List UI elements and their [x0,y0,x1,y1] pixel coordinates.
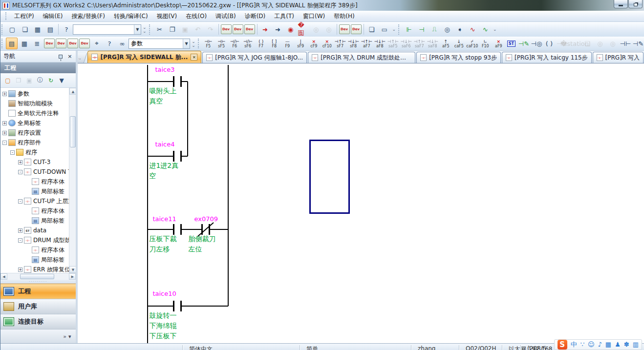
doc-find-icon[interactable]: ◎ [594,38,606,49]
invert-operation-button[interactable]: ⌿ caF10 [466,37,479,50]
device-label[interactable]: ex0709 [194,215,218,223]
navigation-window-icon[interactable]: ▤ [6,38,18,49]
output-window-icon[interactable]: ≣ [31,38,43,49]
tree-item-program-setting[interactable]: + 程序设置 [0,128,69,138]
expand-icon[interactable] [26,189,30,194]
tab-taicgy[interactable]: ⊣⊢ [PRG]R 写入 taicgy 115步 × [502,52,592,63]
expand-icon[interactable]: - [10,150,15,155]
tree-item-pou[interactable]: - 程序部件 [0,138,69,147]
falling-pulse-closed-button[interactable]: ⊣↓⊢ aF8 [373,37,386,50]
menu-debug[interactable]: 调试(B) [211,11,240,22]
display-setting-icon[interactable]: Dev [79,39,90,48]
read-mode-icon[interactable]: ⊣⊢ [620,38,631,49]
tab-jog[interactable]: ⊣⊢ [PRG]R 写入 JOG 伺服轴1-8JO... × [202,52,307,63]
window-list-icon[interactable]: ., [78,53,87,63]
invert-result-button[interactable]: ↑ aF5 [439,37,452,50]
menu-diagnostics[interactable]: 诊断(D) [240,11,270,22]
edit-device-icon[interactable]: ⊣◎ [531,38,542,49]
toolbar-overflow-icon[interactable]: ⌄⌄ [143,25,147,33]
tree-item-err[interactable]: + ERR 故障复位程 [16,265,69,273]
pulse-test-icon[interactable]: ⎍ [429,23,440,35]
statement-icon[interactable]: Dev [56,39,66,48]
note-icon[interactable]: Dev [67,39,78,48]
toolbar-overflow-icon[interactable]: ⌄⌄ [192,40,195,47]
rising-pulse-branch-button[interactable]: ⊣↑⊢ saF5 [386,37,400,50]
tree-item-intelligent-module[interactable]: 智能功能模块 [0,99,69,108]
sampling-trace-1-icon[interactable]: ∿ [467,23,478,35]
pulse-conversion-button[interactable]: ↓ caF5 [452,37,466,50]
expand-icon[interactable] [26,258,30,262]
redo-icon[interactable]: ↷ [205,23,216,35]
open-project-icon[interactable]: ❏ [19,23,31,35]
tree-item-parameter[interactable]: + 参数 [0,89,69,99]
nav-connection-button[interactable]: 连接目标 [0,314,76,329]
expand-icon[interactable] [26,248,30,252]
tree-item-local-label[interactable]: 局部标签 [24,255,69,265]
tree-item-local-label[interactable]: 局部标签 [24,216,69,226]
copy-icon[interactable]: ❐ [167,23,178,35]
ime-emoji-icon[interactable]: ☺ [588,340,595,350]
closed-contact-button[interactable]: ⊣/⊢ F6 [228,37,241,50]
statement-window-icon[interactable]: ❏ [366,23,378,35]
doc-copy-icon[interactable]: ❏ [581,38,593,49]
chevron-down-icon[interactable]: ▼ [183,39,190,48]
menu-tools[interactable]: 工具(T) [270,11,299,22]
ime-skin-icon[interactable]: ✽ [624,340,629,350]
edit-coil-icon[interactable]: ( ) [543,38,555,49]
paste-object-icon[interactable]: ▣ [24,75,35,86]
menu-project[interactable]: 工程(P) [10,11,39,22]
stop-monitor-icon[interactable]: �圆 [298,23,309,35]
resume-monitor-icon[interactable]: ◎ [323,23,335,35]
read-from-plc-icon[interactable]: Dev [233,24,243,34]
menu-help[interactable]: 帮助(H) [329,11,359,22]
rising-closed-branch-button[interactable]: ⊣↑⊢ saF7 [413,37,426,50]
device-label[interactable]: taice11 [152,215,176,223]
menu-edit[interactable]: 编辑(E) [39,11,67,22]
cut-icon[interactable]: ✂ [154,23,166,35]
expand-icon[interactable] [2,102,7,106]
find-icon[interactable]: ∞ [116,38,128,49]
verify-with-plc-icon[interactable]: Dev [244,24,255,34]
expand-icon[interactable] [26,180,30,184]
close-tab-icon[interactable]: × [191,54,197,61]
pause-monitor-icon[interactable]: ◎ [310,23,322,35]
edit-cursor[interactable] [309,140,350,214]
monitor-read-icon[interactable]: ➜ [272,23,284,35]
sogou-logo[interactable]: S [558,340,567,350]
start-monitor-icon[interactable]: ◉ [285,23,297,35]
project-selector-input[interactable] [73,25,134,34]
expand-icon[interactable] [26,209,30,213]
restore-button[interactable] [628,0,643,8]
vertical-line-button[interactable]: | sF9 [294,37,307,50]
tab-overflow[interactable]: ⊣⊢ [PRG]R 写入 × [593,52,644,63]
scroll-left-icon[interactable]: ◀ [0,273,7,280]
sort-filter-icon[interactable]: ▼ [56,75,67,86]
delete-line-button[interactable]: × aF9 [492,37,505,50]
device-label[interactable]: taice4 [155,141,174,148]
menu-view[interactable]: 视图(V) [152,11,182,22]
nav-user-library-button[interactable]: 用户库 [0,299,76,314]
device-display-2-icon[interactable]: Dev [351,24,362,34]
scroll-up-icon[interactable]: ▲ [69,88,76,95]
falling-pulse-button[interactable]: ⊣↓⊢ sF8 [347,37,360,50]
ladder-editor-canvas[interactable]: taice3 taice4 taice11 ex0709 taice10 吸附头… [78,63,644,343]
device-test-off-icon[interactable]: ⊣ [416,23,428,35]
expand-icon[interactable]: - [18,238,22,243]
write-mode-icon[interactable]: ⊣✎ [632,38,644,49]
tab-stopp[interactable]: ⊣⊢ [PRG]R 写入 stopp 93步 × [416,52,501,63]
ime-toolbox-icon[interactable]: ▥ [633,340,639,350]
monitor-write-icon[interactable]: ➜ [259,23,271,35]
expand-icon[interactable]: + [2,121,7,125]
scrollbar-thumb[interactable] [70,116,76,147]
pin-icon[interactable] [59,55,63,59]
expand-icon[interactable]: + [18,160,22,165]
ime-cn-en-icon[interactable]: 中 [571,340,577,350]
function-block-icon[interactable]: ▦ [19,38,30,49]
toolbar-overflow-icon[interactable]: ⌄ [392,27,396,31]
new-project-icon[interactable]: ▢ [6,23,18,35]
expand-icon[interactable] [2,111,7,116]
help2-icon[interactable]: ? [104,38,115,49]
tree-vertical-scrollbar[interactable]: ▲ ▼ [69,88,76,273]
device-label[interactable]: taice3 [155,66,174,73]
delete-horizontal-line-button[interactable]: × cF9 [307,37,321,50]
